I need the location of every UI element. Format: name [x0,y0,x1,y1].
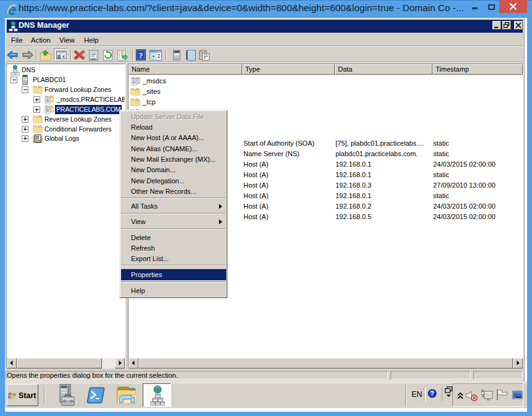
svg-text:?: ? [139,51,143,60]
svg-text:?: ? [430,389,434,397]
